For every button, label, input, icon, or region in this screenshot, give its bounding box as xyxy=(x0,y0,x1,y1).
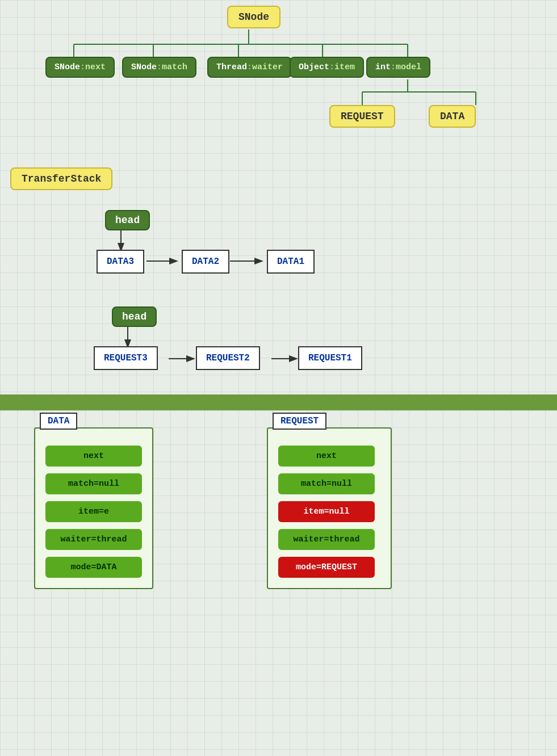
data2-node: DATA2 xyxy=(182,250,229,274)
request-field-item: item=null xyxy=(278,501,375,522)
data-list-section: head DATA3 DATA2 DATA1 xyxy=(0,199,557,295)
transfer-stack-node: TransferStack xyxy=(10,167,112,190)
request-class-title: REQUEST xyxy=(273,413,326,430)
request2-node: REQUEST2 xyxy=(196,346,260,370)
request-list-head: head xyxy=(112,306,157,327)
data-class-title: DATA xyxy=(40,413,77,430)
request-field-next: next xyxy=(278,446,375,467)
request-class-box: REQUEST next match=null item=null waiter… xyxy=(267,422,392,626)
data-field-mode: mode=DATA xyxy=(45,557,142,578)
request-field-mode: mode=REQUEST xyxy=(278,557,375,578)
tree-section: SNode SNode:next SNode:match Thread:wait… xyxy=(0,0,557,159)
data-field-match: match=null xyxy=(45,473,142,494)
data-class-box: DATA next match=null item=e waiter=threa… xyxy=(34,422,153,626)
request-field-match: match=null xyxy=(278,473,375,494)
object-item-node: Object:item xyxy=(290,57,364,78)
class-section: DATA next match=null item=e waiter=threa… xyxy=(0,410,557,637)
data1-node: DATA1 xyxy=(267,250,315,274)
request1-node: REQUEST1 xyxy=(298,346,362,370)
request-list-section: head REQUEST3 REQUEST2 REQUEST1 xyxy=(0,295,557,394)
snode-next-node: SNode:next xyxy=(45,57,115,78)
data-class-container: next match=null item=e waiter=thread mod… xyxy=(34,427,153,589)
request-class-container: next match=null item=null waiter=thread … xyxy=(267,427,392,589)
snode-match-node: SNode:match xyxy=(122,57,196,78)
section-divider xyxy=(0,394,557,410)
data-field-waiter: waiter=thread xyxy=(45,529,142,550)
request3-node: REQUEST3 xyxy=(94,346,158,370)
int-model-node: int:model xyxy=(366,57,430,78)
data-field-item: item=e xyxy=(45,501,142,522)
transfer-stack-section: TransferStack xyxy=(0,165,557,199)
request-list-svg xyxy=(0,295,557,394)
data-model-node: DATA xyxy=(429,105,476,128)
data-list-head: head xyxy=(105,210,150,230)
request-model-node: REQUEST xyxy=(329,105,395,128)
data-field-next: next xyxy=(45,446,142,467)
data3-node: DATA3 xyxy=(97,250,144,274)
snode-root-node: SNode xyxy=(227,6,280,28)
thread-waiter-node: Thread:waiter xyxy=(207,57,292,78)
data-list-svg xyxy=(0,199,557,295)
request-field-waiter: waiter=thread xyxy=(278,529,375,550)
